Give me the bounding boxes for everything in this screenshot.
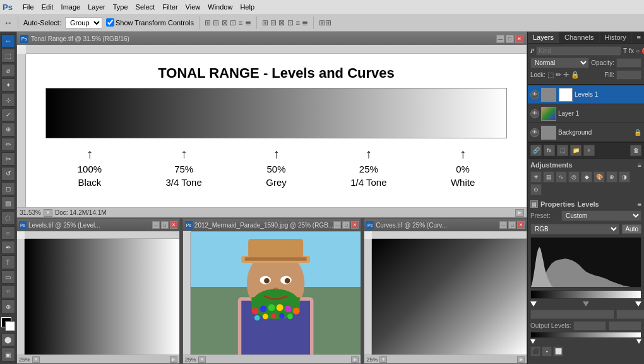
levels-close-btn[interactable]: ✕ xyxy=(170,221,177,229)
new-layer-btn[interactable]: + xyxy=(583,145,595,156)
adjustments-arrow[interactable]: ≡ xyxy=(638,161,641,169)
levels-status-btn[interactable]: ▼ xyxy=(32,356,40,363)
auto-btn[interactable]: Auto xyxy=(622,224,641,234)
curves-scroll-right[interactable]: ▶ xyxy=(517,356,525,363)
lock-paint-icon[interactable]: ✏ xyxy=(556,71,561,79)
levels-minimize-btn[interactable]: — xyxy=(152,221,160,229)
eyedropper-btn[interactable]: ✓ xyxy=(1,108,15,121)
output-shadow-triangle[interactable] xyxy=(530,339,535,344)
levels-restore-btn[interactable]: □ xyxy=(161,221,169,229)
black-point-sampler[interactable]: ⬛ xyxy=(530,346,540,356)
lock-move-icon[interactable]: ✛ xyxy=(563,71,569,79)
delete-layer-btn[interactable]: 🗑 xyxy=(630,145,641,156)
output-highlight-triangle[interactable] xyxy=(636,339,641,344)
auto-select-dropdown[interactable]: Group Layer xyxy=(65,17,102,28)
grey-point-sampler[interactable]: ▪ xyxy=(542,346,552,356)
blur-btn[interactable]: ◌ xyxy=(1,211,15,224)
photo-close-btn[interactable]: ✕ xyxy=(351,221,359,229)
tab-history[interactable]: History xyxy=(600,32,632,43)
properties-arrow[interactable]: ≡ xyxy=(638,200,641,208)
tab-channels[interactable]: Channels xyxy=(559,32,599,43)
input-gradient-slider[interactable] xyxy=(530,290,641,299)
layer-item-background[interactable]: 👁 Background 🔒 xyxy=(528,123,644,142)
tonal-window-titlebar[interactable]: Ps Tonal Range.tif @ 31.5% (RGB/16) — □ … xyxy=(17,32,527,45)
hand-btn[interactable]: ☜ xyxy=(1,285,15,298)
clone-tool-btn[interactable]: ✂ xyxy=(1,152,15,166)
exposure-adj-btn[interactable]: ◎ xyxy=(568,171,580,183)
photo-minimize-btn[interactable]: — xyxy=(333,221,341,229)
quick-select-btn[interactable]: ✦ xyxy=(1,78,15,92)
menu-type[interactable]: Type xyxy=(113,3,128,11)
quick-mask-btn[interactable]: ⬤ xyxy=(1,333,15,346)
photo-filter-btn[interactable]: ⊙ xyxy=(530,184,542,195)
new-group-btn[interactable]: 📁 xyxy=(570,145,581,156)
curves-status-btn[interactable]: ▼ xyxy=(379,356,387,363)
layer-eye-levels1[interactable]: 👁 xyxy=(530,90,539,99)
levels-scroll-right[interactable]: ▶ xyxy=(170,356,177,363)
brush-tool-btn[interactable]: ✏ xyxy=(1,138,15,151)
output-max-input[interactable]: 255 xyxy=(609,321,641,331)
lock-all-icon[interactable]: 🔒 xyxy=(571,71,580,79)
bw-adj-btn[interactable]: ◑ xyxy=(619,171,630,183)
eraser-btn[interactable]: ◻ xyxy=(1,182,15,195)
gradient-btn[interactable]: ▤ xyxy=(1,197,15,210)
tab-layers[interactable]: Layers xyxy=(528,32,559,43)
levels-titlebar[interactable]: Ps Levels.tif @ 25% (Level... — □ ✕ xyxy=(17,219,179,231)
lasso-tool-btn[interactable]: ⌀ xyxy=(1,64,15,77)
midtone-triangle[interactable] xyxy=(583,301,589,306)
layers-search-input[interactable] xyxy=(536,46,621,56)
layer-item-layer1[interactable]: 👁 Layer 1 xyxy=(528,104,644,123)
history-brush-btn[interactable]: ↺ xyxy=(1,167,15,180)
fx-btn[interactable]: fx xyxy=(544,145,555,156)
menu-image[interactable]: Image xyxy=(61,3,81,11)
highlight-triangle[interactable] xyxy=(635,301,641,306)
preset-select[interactable]: Custom Default xyxy=(561,210,641,221)
colorbalance-adj-btn[interactable]: ⊕ xyxy=(606,171,617,183)
photo-restore-btn[interactable]: □ xyxy=(342,221,350,229)
menu-select[interactable]: Select xyxy=(136,3,155,11)
shadow-triangle[interactable] xyxy=(530,301,537,306)
move-tool-btn[interactable]: ↔ xyxy=(1,34,15,47)
lock-transp-icon[interactable]: ⬚ xyxy=(547,71,554,79)
menu-edit[interactable]: Edit xyxy=(42,3,54,11)
pen-btn[interactable]: ✒ xyxy=(1,241,15,254)
opacity-input[interactable]: 100% xyxy=(616,58,641,68)
curves-restore-btn[interactable]: □ xyxy=(508,221,516,229)
spot-heal-btn[interactable]: ⊕ xyxy=(1,123,15,136)
show-transform-checkbox[interactable] xyxy=(106,18,114,27)
channel-select[interactable]: RGB Red Green Blue xyxy=(530,224,619,234)
menu-window[interactable]: Window xyxy=(208,3,232,11)
photo-titlebar[interactable]: Ps 2012_Mermaid_Parade_1590.jpg @ 25% (R… xyxy=(183,219,361,231)
tonal-minimize-btn[interactable]: — xyxy=(496,35,504,43)
menu-filter[interactable]: Filter xyxy=(162,3,177,11)
layer-eye-layer1[interactable]: 👁 xyxy=(530,109,539,118)
vibrance-adj-btn[interactable]: ◆ xyxy=(581,171,592,183)
crop-tool-btn[interactable]: ⊹ xyxy=(1,93,15,106)
dodge-btn[interactable]: ○ xyxy=(1,226,15,240)
menu-layer[interactable]: Layer xyxy=(88,3,105,11)
brightness-adj-btn[interactable]: ☀ xyxy=(530,171,542,183)
background-color[interactable] xyxy=(5,321,15,331)
text-btn[interactable]: T xyxy=(1,255,15,269)
photo-status-btn[interactable]: ▼ xyxy=(198,356,206,363)
layer-item-levels1[interactable]: 👁 Levels 1 xyxy=(528,85,644,104)
curves-minimize-btn[interactable]: — xyxy=(499,221,507,229)
screen-mode-btn[interactable]: ▣ xyxy=(1,348,15,361)
link-layers-btn[interactable]: 🔗 xyxy=(530,145,542,156)
shape-btn[interactable]: ▭ xyxy=(1,270,15,284)
curves-close-btn[interactable]: ✕ xyxy=(517,221,525,229)
tonal-close-btn[interactable]: ✕ xyxy=(515,35,523,43)
panel-options-arrow[interactable]: ≡ xyxy=(634,32,644,43)
tonal-restore-btn[interactable]: □ xyxy=(506,35,514,43)
add-mask-btn[interactable]: ⬚ xyxy=(557,145,568,156)
fill-input[interactable]: 100% xyxy=(616,70,641,80)
levels-input-mid[interactable]: 1.00 xyxy=(616,310,644,319)
curves-titlebar[interactable]: Ps Curves.tif @ 25% (Curv... — □ ✕ xyxy=(364,219,527,231)
menu-view[interactable]: View xyxy=(186,3,201,11)
menu-help[interactable]: Help xyxy=(240,3,254,11)
white-point-sampler[interactable]: ⬜ xyxy=(553,346,563,356)
layer-eye-background[interactable]: 👁 xyxy=(530,128,539,137)
photo-scroll-right[interactable]: ▶ xyxy=(351,356,359,363)
selection-tool-btn[interactable]: ⬚ xyxy=(1,49,15,62)
levels-input-min[interactable]: 0 xyxy=(530,310,614,319)
